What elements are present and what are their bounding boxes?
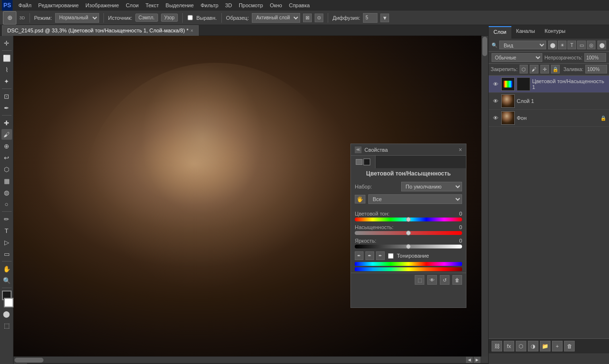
menu-edit[interactable]: Редактирование — [35, 1, 82, 9]
eyedropper-btn2[interactable]: ✒ — [365, 251, 374, 260]
gradient-tool[interactable]: ▦ — [1, 175, 12, 186]
opacity-input[interactable] — [584, 53, 606, 62]
tab-close-btn[interactable]: × — [190, 28, 193, 33]
history-brush-tool[interactable]: ↩ — [1, 152, 12, 163]
layer-eye-background[interactable]: 👁 — [492, 114, 499, 122]
add-mask-btn[interactable]: ⬡ — [516, 341, 526, 351]
dodge-tool[interactable]: ○ — [1, 199, 12, 209]
zoom-tool[interactable]: 🔍 — [1, 275, 12, 286]
layer-eye-layer1[interactable]: 👁 — [492, 97, 499, 105]
source-pattern-btn[interactable]: Узор — [161, 14, 178, 22]
source-sample-btn[interactable]: Сэмпл. — [135, 14, 158, 22]
diffusion-slider-btn[interactable]: ▼ — [380, 14, 389, 22]
pressure-btn[interactable]: ⊙ — [315, 14, 323, 22]
new-group-btn[interactable]: 📁 — [540, 341, 551, 351]
document-tab[interactable]: DSC_2145.psd @ 33,3% (Цветовой тон/Насыщ… — [2, 25, 199, 36]
align-checkbox[interactable] — [188, 15, 192, 20]
menu-window[interactable]: Окно — [267, 1, 285, 9]
mode-select[interactable]: Нормальный — [55, 13, 99, 23]
eyedropper-btn1[interactable]: ✒ — [355, 251, 363, 260]
lasso-tool[interactable]: ⌇ — [1, 64, 12, 75]
shape-tool[interactable]: ▭ — [1, 248, 12, 259]
layers-view-select[interactable]: Вид — [499, 41, 546, 49]
eye-btn[interactable]: 👁 — [427, 275, 437, 285]
prop-tab-icon[interactable] — [351, 156, 376, 168]
collapse-btn[interactable]: ≪ — [355, 146, 362, 153]
filter-smart-btn[interactable]: ◎ — [587, 41, 595, 49]
eraser-tool[interactable]: ⬡ — [1, 164, 12, 175]
layer-eye-huesat[interactable]: 👁 — [492, 80, 499, 88]
new-fill-btn[interactable]: ◑ — [528, 341, 538, 351]
menu-file[interactable]: Файл — [15, 1, 34, 9]
toning-checkbox[interactable] — [388, 253, 394, 259]
heal-tool[interactable]: ✚ — [1, 117, 12, 128]
menu-select[interactable]: Выделение — [163, 1, 197, 9]
clone-tool[interactable]: ⊕ — [1, 141, 12, 151]
lock-all-btn[interactable]: 🔒 — [551, 65, 560, 73]
preset-select[interactable]: По умолчанию — [401, 182, 462, 191]
hand-tool[interactable]: ✋ — [1, 263, 12, 274]
sat-track[interactable] — [355, 231, 462, 235]
new-layer-btn[interactable]: + — [552, 341, 563, 351]
link-layers-btn[interactable]: ⛓ — [492, 341, 502, 351]
eyedropper-tool[interactable]: ✒ — [1, 102, 12, 113]
filter-pixel-btn[interactable]: ⬤ — [548, 41, 557, 49]
sample-select[interactable]: Активный слой — [252, 13, 300, 23]
menu-3d[interactable]: 3D — [222, 1, 235, 9]
brush-tool[interactable]: 🖌 — [1, 129, 12, 140]
refresh-btn[interactable]: ↺ — [440, 275, 450, 285]
v-scrollbar[interactable] — [481, 36, 488, 356]
layer-item-background[interactable]: 👁 Фон 🔒 — [489, 110, 609, 127]
blend-mode-select[interactable]: Обычные — [492, 53, 542, 62]
quick-mask-mode[interactable]: ⬤ — [1, 308, 12, 319]
sat-thumb[interactable] — [406, 231, 411, 235]
menu-layers[interactable]: Слои — [123, 1, 142, 9]
healing-brush-tool[interactable]: ⊕ — [3, 11, 16, 25]
v-scroll-thumb[interactable] — [482, 37, 487, 56]
layer-item-layer1[interactable]: 👁 Слой 1 — [489, 93, 609, 110]
delete-layer-btn[interactable]: 🗑 — [564, 341, 575, 351]
tab-layers[interactable]: Слои — [489, 26, 511, 39]
h-scrollbar[interactable]: ◀ ▶ — [14, 356, 481, 363]
lock-image-btn[interactable]: 🖌 — [530, 65, 538, 73]
text-tool[interactable]: T — [1, 225, 12, 236]
menu-help[interactable]: Справка — [286, 1, 313, 9]
tab-paths[interactable]: Контуры — [540, 26, 570, 39]
diffusion-input[interactable] — [363, 13, 377, 23]
channel-select[interactable]: Все — [368, 194, 462, 204]
tab-channels[interactable]: Каналы — [511, 26, 540, 39]
bri-track[interactable] — [355, 245, 462, 248]
properties-close-btn[interactable]: × — [459, 146, 462, 153]
path-select-tool[interactable]: ▷ — [1, 237, 12, 248]
crop-tool[interactable]: ⊡ — [1, 91, 12, 102]
add-style-btn[interactable]: fx — [504, 341, 514, 351]
background-color[interactable] — [4, 298, 14, 307]
magic-wand-tool[interactable]: ✦ — [1, 76, 12, 87]
filter-type-btn[interactable]: T — [567, 41, 576, 49]
clip-btn[interactable]: ⬚ — [415, 275, 424, 285]
layer-item-huesat[interactable]: 👁 Цветовой тон/Насыщенность 1 — [489, 76, 609, 93]
filter-shape-btn[interactable]: ▭ — [577, 41, 586, 49]
channel-icon[interactable]: 🖐 — [355, 195, 365, 204]
eyedropper-btn3[interactable]: ✒ — [376, 251, 385, 260]
lock-move-btn[interactable]: ✛ — [540, 65, 549, 73]
filter-toggle-btn[interactable]: ⬤ — [597, 41, 606, 49]
h-scroll-thumb[interactable] — [14, 358, 44, 363]
hue-track[interactable] — [355, 218, 462, 221]
pen-tool[interactable]: ✏ — [1, 214, 12, 224]
menu-image[interactable]: Изображение — [83, 1, 122, 9]
next-page-btn[interactable]: ▶ — [474, 357, 480, 364]
prev-page-btn[interactable]: ◀ — [466, 357, 473, 364]
menu-text[interactable]: Текст — [143, 1, 162, 9]
filter-adj-btn[interactable]: ☀ — [558, 41, 566, 49]
delete-btn[interactable]: 🗑 — [452, 275, 462, 285]
move-tool[interactable]: ✛ — [1, 38, 12, 48]
blur-tool[interactable]: ◍ — [1, 187, 12, 198]
menu-filter[interactable]: Фильтр — [198, 1, 221, 9]
hue-thumb[interactable] — [406, 217, 411, 222]
bri-thumb[interactable] — [406, 244, 411, 249]
marquee-tool[interactable]: ⬜ — [1, 53, 12, 63]
fill-input[interactable] — [585, 65, 607, 73]
lock-transparent-btn[interactable]: ⬡ — [520, 65, 528, 73]
screen-mode[interactable]: ⬚ — [1, 320, 12, 331]
